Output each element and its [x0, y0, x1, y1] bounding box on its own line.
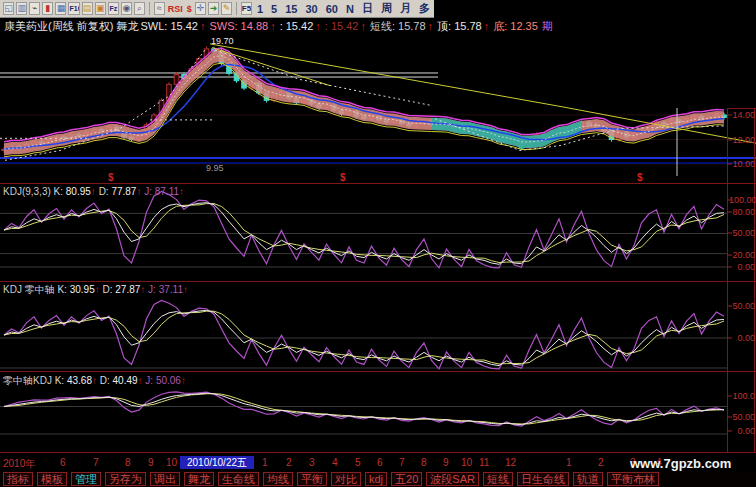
dollar-icon[interactable]: $ — [186, 4, 193, 14]
toolbar-separator — [236, 2, 237, 15]
axis-label: 50.00 — [729, 301, 755, 311]
title-bar: 康美药业(周线 前复权) 舞龙SWL: 15.42↑SWS: 14.88↑: 1… — [0, 18, 756, 34]
axis-label: 0.00 — [729, 426, 755, 436]
candlestick-icon[interactable]: ▮ — [42, 2, 53, 15]
template-tab-9[interactable]: 平衡 — [297, 472, 327, 486]
quote-field: : 15.42↑ — [280, 20, 323, 32]
crosshair-icon[interactable]: ✛ — [195, 2, 206, 15]
axis-label: 80.00 — [729, 207, 755, 217]
template-tab-14[interactable]: 短线 — [483, 472, 513, 486]
quote-field: 顶: 15.78↑ — [437, 20, 491, 32]
period-button-30[interactable]: 30 — [305, 3, 317, 15]
magnifier-icon[interactable]: ⌕ — [134, 2, 145, 15]
low-price-label: 9.95 — [206, 163, 224, 173]
axis-label: 100.0 — [729, 391, 755, 401]
axis-label: 20.00 — [729, 250, 755, 260]
block-icon[interactable]: ▣ — [95, 2, 106, 15]
axis-label: 10.00 — [729, 159, 755, 169]
axis-label: 50.00 — [729, 412, 755, 422]
pointer-chart-icon[interactable]: ◱ — [3, 2, 14, 15]
table-icon[interactable]: ▥ — [16, 2, 27, 15]
axis-label: 50.00 — [729, 228, 755, 238]
date-tick-label: 2 — [598, 457, 604, 468]
template-tab-3[interactable]: 管理 — [71, 472, 101, 486]
rsi-button[interactable]: RSI — [167, 4, 184, 14]
template-tab-16[interactable]: 轨道 — [573, 472, 603, 486]
date-tick-label: 9 — [443, 457, 449, 468]
template-tab-11[interactable]: kdj — [365, 472, 387, 486]
date-tick-label: 10 — [166, 457, 177, 468]
quote-field: 底: 12.35 — [493, 20, 540, 32]
template-tab-bar: 指标模板管理另存为调出舞龙生命线均线平衡对比kdj五20波段SAR短线日生命线轨… — [0, 471, 756, 487]
date-tick-label: 5 — [355, 457, 361, 468]
period-button-60[interactable]: 60 — [326, 3, 338, 15]
period-button-多[interactable]: 多 — [419, 1, 430, 16]
template-tab-17[interactable]: 平衡布林 — [607, 472, 659, 486]
period-button-N[interactable]: N — [346, 3, 354, 15]
kdj-panel-1[interactable] — [0, 184, 756, 282]
main-toolbar: ◱▥⌁▮▦F10▤▣Fz◉⌕≈RSI$✛➜✎F515153060N日周月多 — [0, 0, 434, 18]
template-tab-12[interactable]: 五20 — [391, 472, 422, 486]
quote-field: : 15.42↑ — [325, 20, 368, 32]
quote-field: 短线: 15.78↑ — [370, 20, 435, 32]
watermark: www.7gpzb.com — [630, 456, 731, 471]
line-chart-icon[interactable]: ⌁ — [29, 2, 40, 15]
date-tick-label: 8 — [125, 457, 131, 468]
date-tick-label: 6 — [60, 457, 66, 468]
axis-label: 0.00 — [729, 262, 755, 272]
kdj2-header: KDJ 零中轴 K: 30.95↑ D: 27.87↑ J: 37.11↑ — [3, 284, 188, 295]
cursor-date-badge: 2010/10/22五 — [180, 456, 254, 469]
template-tab-5[interactable]: 调出 — [150, 472, 180, 486]
date-tick-label: 1 — [566, 457, 572, 468]
kdj3-title: 零中轴KDJ — [3, 375, 52, 386]
dividend-marker-icon: $ — [340, 172, 346, 183]
template-tab-7[interactable]: 生命线 — [218, 472, 259, 486]
period-button-15[interactable]: 15 — [285, 3, 297, 15]
axis-label: 14.00 — [729, 110, 755, 120]
period-button-周[interactable]: 周 — [381, 1, 392, 16]
quote-field: 期 — [542, 20, 555, 32]
axis-label: 0.00 — [729, 333, 755, 343]
date-tick-label: 6 — [377, 457, 383, 468]
period-button-1[interactable]: 1 — [257, 3, 263, 15]
quote-field: SWL: 15.42↑ — [140, 20, 207, 32]
period-button-日[interactable]: 日 — [362, 1, 373, 16]
kdj1-title: KDJ(9,3,3) — [3, 186, 51, 197]
date-tick-label: 2010年 — [3, 457, 35, 471]
peak-price-label: 19.70 — [211, 36, 234, 46]
stock-title: 康美药业(周线 前复权) 舞龙 — [4, 20, 138, 32]
fz-button[interactable]: Fz — [108, 2, 119, 15]
document-icon[interactable]: ▤ — [82, 2, 93, 15]
template-tab-13[interactable]: 波段SAR — [426, 472, 479, 486]
kdj1-header: KDJ(9,3,3) K: 80.95↑ D: 77.87↑ J: 87.11↑ — [3, 186, 184, 197]
date-tick-label: 9 — [148, 457, 154, 468]
toolbar-separator — [149, 2, 150, 15]
template-tab-1[interactable]: 指标 — [3, 472, 33, 486]
f10-button[interactable]: F10 — [68, 2, 79, 15]
template-tab-10[interactable]: 对比 — [331, 472, 361, 486]
f5-button[interactable]: F5 — [241, 2, 252, 15]
template-tab-15[interactable]: 日生命线 — [517, 472, 569, 486]
period-button-5[interactable]: 5 — [271, 3, 277, 15]
template-tab-2[interactable]: 模板 — [37, 472, 67, 486]
template-tab-6[interactable]: 舞龙 — [184, 472, 214, 486]
zoom-area-icon[interactable]: ◉ — [121, 2, 132, 15]
axis-label: 100.00 — [729, 195, 755, 205]
wave-icon[interactable]: ≈ — [154, 2, 165, 15]
dividend-marker-icon: $ — [108, 172, 114, 183]
date-tick-label: 2 — [286, 457, 292, 468]
main-price-chart[interactable] — [0, 34, 756, 184]
export-icon[interactable]: ➜ — [208, 2, 219, 15]
template-tab-4[interactable]: 另存为 — [105, 472, 146, 486]
bar-chart-icon[interactable]: ▦ — [55, 2, 66, 15]
date-tick-label: 1 — [262, 457, 268, 468]
kdj2-title: KDJ 零中轴 — [3, 284, 55, 295]
kdj-panel-2[interactable] — [0, 282, 756, 372]
date-tick-label: 10 — [461, 457, 472, 468]
date-tick-label: 7 — [93, 457, 99, 468]
stock-app-window: ◱▥⌁▮▦F10▤▣Fz◉⌕≈RSI$✛➜✎F515153060N日周月多 康美… — [0, 0, 756, 487]
template-tab-8[interactable]: 均线 — [263, 472, 293, 486]
date-tick-label: 11 — [479, 457, 489, 468]
period-button-月[interactable]: 月 — [400, 1, 411, 16]
pencil-icon[interactable]: ✎ — [221, 2, 232, 15]
